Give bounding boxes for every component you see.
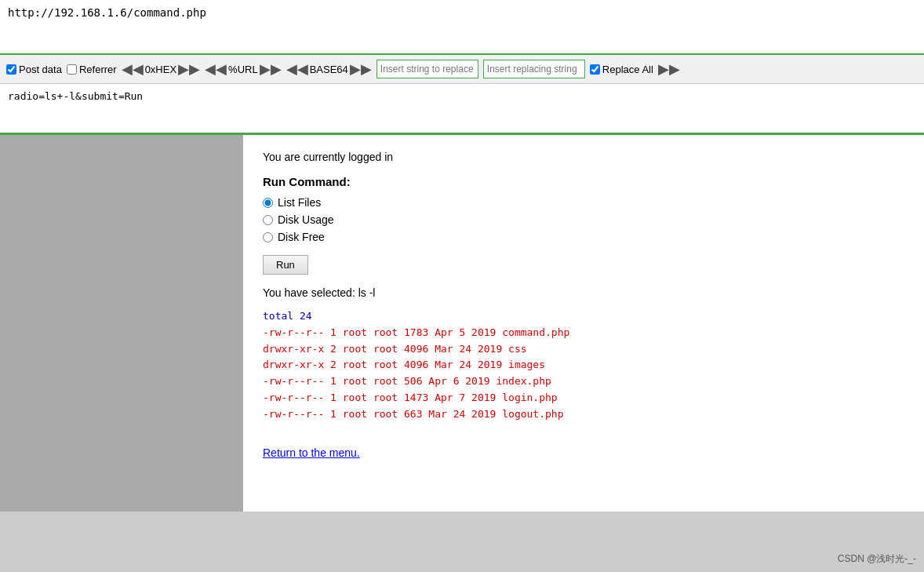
referrer-checkbox[interactable] [67, 64, 77, 75]
hex-group: ◀◀ 0xHEX ▶▶ [122, 60, 200, 78]
replace-right-arrow[interactable]: ▶▶ [658, 60, 680, 78]
radio-disk-free[interactable]: Disk Free [263, 231, 904, 243]
output-line-1: -rw-r--r-- 1 root root 1783 Apr 5 2019 c… [263, 325, 904, 341]
base64-group: ◀◀ BASE64 ▶▶ [286, 60, 372, 78]
post-data-checkbox-label[interactable]: Post data [6, 64, 62, 75]
replace-string-input[interactable] [377, 60, 478, 78]
referrer-label: Referrer [79, 64, 117, 75]
url-bar: http://192.168.1.6/command.php [0, 0, 924, 55]
url-display: http://192.168.1.6/command.php [8, 6, 206, 19]
radio-list-files-input[interactable] [263, 198, 273, 208]
radio-list-files[interactable]: List Files [263, 196, 904, 209]
url-right-arrow[interactable]: ▶▶ [260, 60, 282, 78]
referrer-checkbox-label[interactable]: Referrer [67, 64, 117, 75]
url-left-arrow[interactable]: ◀◀ [205, 60, 227, 78]
hex-label: 0xHEX [145, 64, 176, 75]
output-line-2: drwxr-xr-x 2 root root 4096 Mar 24 2019 … [263, 341, 904, 358]
post-data-value: radio=ls+-l&submit=Run [8, 90, 143, 102]
base64-right-arrow[interactable]: ▶▶ [350, 60, 372, 78]
hex-right-arrow[interactable]: ▶▶ [178, 60, 200, 78]
main-area: You are currently logged in Run Command:… [0, 135, 924, 512]
output-text: total 24 -rw-r--r-- 1 root root 1783 Apr… [263, 308, 904, 423]
base64-left-arrow[interactable]: ◀◀ [286, 60, 308, 78]
radio-group: List Files Disk Usage Disk Free [263, 196, 904, 243]
run-command-label: Run Command: [263, 175, 904, 188]
radio-disk-free-input[interactable] [263, 232, 273, 242]
replace-all-checkbox[interactable] [590, 64, 600, 75]
radio-disk-free-label: Disk Free [278, 231, 325, 243]
selected-text: You have selected: ls -l [263, 286, 904, 299]
radio-disk-usage[interactable]: Disk Usage [263, 213, 904, 226]
output-line-3: drwxr-xr-x 2 root root 4096 Mar 24 2019 … [263, 357, 904, 373]
post-data-checkbox[interactable] [6, 64, 16, 75]
base64-label: BASE64 [310, 64, 348, 75]
replace-all-label: Replace All [602, 64, 653, 75]
post-data-area: radio=ls+-l&submit=Run [0, 84, 924, 135]
output-line-6: -rw-r--r-- 1 root root 663 Mar 24 2019 l… [263, 406, 904, 423]
content: You are currently logged in Run Command:… [243, 135, 924, 512]
replacing-string-input[interactable] [483, 60, 585, 78]
radio-list-files-label: List Files [278, 196, 321, 209]
post-data-label: Post data [19, 64, 62, 75]
run-button[interactable]: Run [263, 255, 308, 275]
url-label: %URL [228, 64, 258, 75]
url-group: ◀◀ %URL ▶▶ [205, 60, 282, 78]
output-line-5: -rw-r--r-- 1 root root 1473 Apr 7 2019 l… [263, 390, 904, 406]
toolbar: Post data Referrer ◀◀ 0xHEX ▶▶ ◀◀ %URL ▶… [0, 55, 924, 84]
output-line-4: -rw-r--r-- 1 root root 506 Apr 6 2019 in… [263, 373, 904, 390]
logged-in-text: You are currently logged in [263, 151, 904, 163]
return-link[interactable]: Return to the menu. [263, 446, 360, 459]
hex-left-arrow[interactable]: ◀◀ [122, 60, 144, 78]
radio-disk-usage-label: Disk Usage [278, 213, 334, 226]
radio-disk-usage-input[interactable] [263, 215, 273, 225]
replace-all-checkbox-label[interactable]: Replace All [590, 64, 653, 75]
sidebar [0, 135, 243, 512]
output-total-line: total 24 [263, 308, 904, 325]
